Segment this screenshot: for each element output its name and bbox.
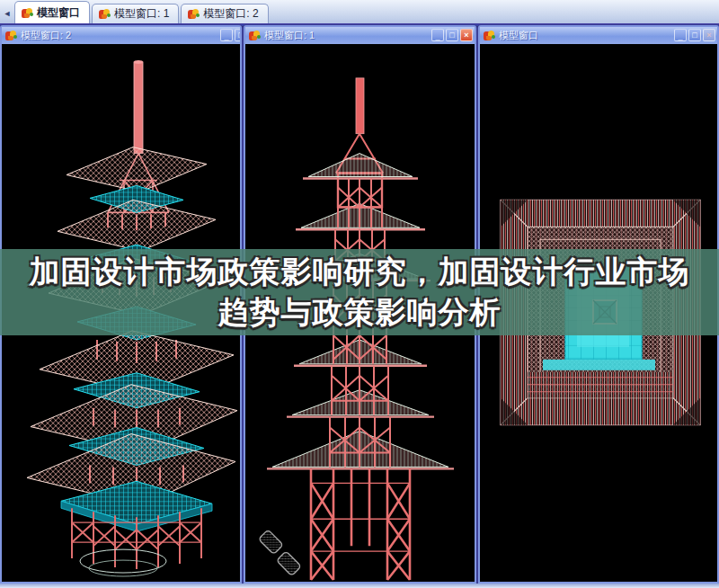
headline-text: 加固设计市场政策影响研究，加固设计行业市场趋势与政策影响分析: [20, 252, 699, 333]
window-tab-bar: ◄ 模型窗口 模型窗口: 1 模型窗口: 2: [0, 0, 719, 24]
model-window-icon: [22, 7, 33, 19]
minimize-button[interactable]: _: [220, 29, 233, 41]
titlebar-model[interactable]: 模型窗口 _ □ ×: [480, 27, 717, 45]
model-window-icon: [99, 8, 111, 20]
tab-label: 模型窗口: 1: [114, 6, 169, 22]
close-button-disabled: ×: [703, 29, 715, 41]
titlebar-model-2[interactable]: 模型窗口: 2 _ □: [2, 27, 240, 45]
tab-scroll-left-icon[interactable]: ◄: [1, 5, 13, 22]
pencil-cursor-icon: [259, 530, 302, 575]
minimize-button[interactable]: _: [431, 29, 444, 41]
maximize-button[interactable]: □: [688, 29, 701, 41]
tab-label: 模型窗口: [37, 5, 80, 21]
tab-model-window-1[interactable]: 模型窗口: 1: [92, 4, 179, 23]
tab-label: 模型窗口: 2: [203, 6, 258, 22]
minimize-button[interactable]: _: [674, 29, 687, 41]
model-window-icon: [5, 30, 17, 41]
maximize-button[interactable]: □: [446, 29, 458, 41]
headline-banner: 加固设计市场政策影响研究，加固设计行业市场趋势与政策影响分析: [0, 249, 719, 335]
model-window-icon: [249, 30, 261, 41]
close-button[interactable]: ×: [460, 29, 473, 41]
maximize-button[interactable]: □: [235, 29, 240, 41]
model-window-icon: [484, 30, 495, 41]
tab-model-window-2[interactable]: 模型窗口: 2: [181, 4, 268, 23]
model-window-icon: [188, 8, 200, 20]
window-title: 模型窗口: 2: [21, 29, 236, 42]
titlebar-model-1[interactable]: 模型窗口: 1 _ □ ×: [245, 27, 475, 45]
mdi-frame-bottom-edge: [0, 584, 719, 588]
tab-model-window[interactable]: 模型窗口: [14, 1, 90, 23]
